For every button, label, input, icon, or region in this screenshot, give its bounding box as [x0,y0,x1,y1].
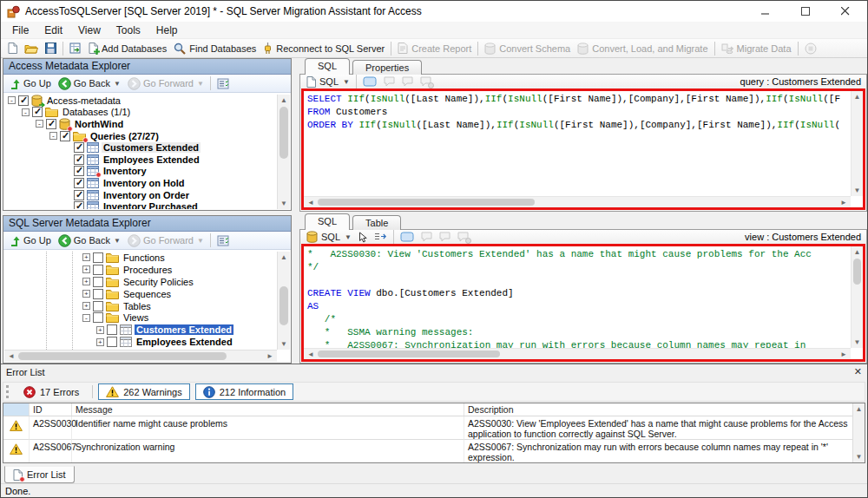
new-file-button[interactable] [4,40,21,57]
open-file-button[interactable] [21,40,42,57]
scrollbar-thumb[interactable] [279,286,288,325]
table-row[interactable]: A2SS0030Identifier name might cause prob… [3,416,865,440]
design-mode-icon-button[interactable] [359,75,380,88]
scroll-up-icon[interactable]: ▲ [278,252,290,263]
scroll-down-icon[interactable]: ▼ [278,198,290,209]
tree-expander[interactable]: + [82,302,90,310]
close-icon[interactable]: ✕ [854,366,862,377]
query-editor-vertical-scrollbar[interactable]: ▲ ▼ [851,91,863,196]
scroll-down-icon[interactable]: ▼ [852,337,863,348]
scroll-up-icon[interactable]: ▲ [852,91,863,102]
tree-checkbox[interactable] [18,95,29,106]
view-editor-horizontal-scrollbar[interactable]: ◄ ► [304,348,851,359]
tab-table[interactable]: Table [352,215,401,230]
tree-checkbox[interactable] [93,289,103,299]
tree-checkbox[interactable] [74,178,84,188]
goto-declaration-icon-button[interactable] [371,231,391,244]
tree-item-inventory-on-hold[interactable]: Inventory on Hold [4,177,277,189]
scroll-up-icon[interactable]: ▲ [852,246,863,258]
menu-view[interactable]: View [70,22,108,39]
menu-tools[interactable]: Tools [108,22,148,39]
tab-sql[interactable]: SQL [305,213,350,230]
tree-checkbox[interactable] [74,142,84,153]
chevron-down-icon[interactable]: ▼ [345,233,352,241]
chevron-down-icon[interactable]: ▼ [343,78,350,86]
save-project-button[interactable] [66,40,85,57]
tree-expander[interactable]: + [82,290,90,298]
sql-button[interactable]: SQL▼ [303,231,355,244]
tree-checkbox[interactable] [74,190,84,200]
tree-expander[interactable]: - [36,120,43,128]
reconnect-to-sql-server-button[interactable]: Reconnect to SQL Server [260,40,388,57]
column-header-message[interactable]: Message [72,403,464,416]
sql-go-back-button[interactable]: Go Back▼ [55,233,124,249]
tree-checkbox[interactable] [93,312,103,323]
find-databases-button[interactable]: Find Databases [170,40,260,57]
tree-checkbox[interactable] [93,301,103,311]
scroll-right-icon[interactable]: ► [838,349,849,359]
scroll-up-icon[interactable]: ▲ [278,95,290,106]
tree-item-inventory[interactable]: Inventory [4,166,277,178]
menu-file[interactable]: File [4,22,36,39]
scrollbar-thumb[interactable] [318,199,535,206]
menu-edit[interactable]: Edit [36,22,70,39]
tree-expander[interactable]: + [96,326,104,334]
access-tree-vertical-scrollbar[interactable]: ▲ ▼ [277,95,290,209]
scroll-down-icon[interactable]: ▼ [278,338,290,350]
minimize-button[interactable] [746,1,786,22]
column-header-icon[interactable] [3,403,30,416]
scroll-down-icon[interactable]: ▼ [852,185,863,196]
tree-checkbox[interactable] [32,107,43,117]
tree-expander[interactable]: - [8,96,16,104]
scrollbar-thumb[interactable] [318,351,500,357]
tree-item-employees-extended[interactable]: Employees Extended [4,154,277,166]
tree-checkbox[interactable] [107,324,117,335]
tab-properties[interactable]: Properties [352,60,422,75]
sql-go-up-button[interactable]: Go Up [6,233,55,249]
scroll-right-icon[interactable]: ► [265,351,275,362]
maximize-button[interactable] [786,1,825,22]
access-go-up-button[interactable]: Go Up [6,75,55,92]
tree-expander[interactable]: - [49,132,57,140]
sql-button[interactable]: SQL▼ [303,75,353,88]
scroll-left-icon[interactable]: ◄ [306,197,316,207]
tree-checkbox[interactable] [107,337,117,347]
tree-expander[interactable]: + [82,265,90,273]
tree-expander[interactable]: - [22,108,30,116]
sql-view-settings-icon-button[interactable] [214,233,233,249]
filter-262-warnings-button[interactable]: 262 Warnings [98,383,189,400]
query-sql-editor[interactable]: SELECT IIf(IsNull([Last Name]),IIf(IsNul… [301,88,865,210]
tree-checkbox[interactable] [46,119,56,129]
tree-checkbox[interactable] [60,131,70,141]
chevron-down-icon[interactable]: ▼ [114,237,121,245]
access-view-settings-icon-button[interactable] [214,75,233,92]
error-table-vertical-scrollbar[interactable]: ▲ ▼ [852,403,865,462]
scrollbar-thumb[interactable] [18,352,227,360]
cursor-icon-button[interactable] [355,231,371,244]
tree-expander[interactable]: - [82,314,90,322]
filter-212-information-button[interactable]: 212 Information [195,383,293,400]
tree-expander[interactable]: + [82,253,90,261]
close-button[interactable] [825,1,865,22]
tree-item-access-metadata[interactable]: -Access-metadata [4,95,277,107]
tree-item-northwind[interactable]: -NorthWind [4,118,277,130]
scroll-up-icon[interactable]: ▲ [853,403,865,415]
tree-checkbox[interactable] [74,201,84,209]
scroll-left-icon[interactable]: ◄ [6,351,16,362]
view-sql-editor[interactable]: * A2SS0030: View 'Customers Extended' ha… [301,244,865,362]
chevron-down-icon[interactable]: ▼ [114,80,121,88]
tree-item-queries-27-27[interactable]: -Queries (27/27) [4,130,277,142]
access-go-back-button[interactable]: Go Back▼ [55,75,124,92]
tree-item-databases-1-1[interactable]: -Databases (1/1) [4,107,277,119]
save-button[interactable] [42,40,60,57]
drag-grip-icon[interactable] [6,385,9,398]
chevron-down-icon[interactable]: ▼ [197,80,204,88]
tree-item-inventory-on-order[interactable]: Inventory on Order [4,189,277,201]
tree-checkbox[interactable] [93,277,103,287]
sql-tree-vertical-scrollbar[interactable]: ▲ ▼ [277,252,290,350]
tree-checkbox[interactable] [74,154,84,165]
tab-sql[interactable]: SQL [305,58,350,75]
column-header-description[interactable]: Description [464,403,865,416]
column-header-id[interactable]: ID [30,403,72,416]
tree-item-customers-extended[interactable]: Customers Extended [4,141,277,154]
